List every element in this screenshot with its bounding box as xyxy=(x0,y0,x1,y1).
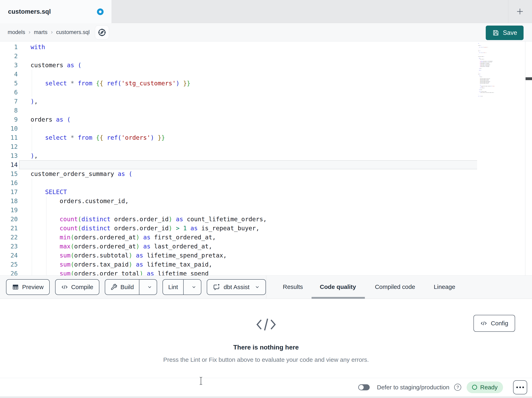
line-number: 6 xyxy=(0,88,18,97)
lint-dropdown-button[interactable] xyxy=(187,280,201,294)
tab-code-quality[interactable]: Code quality xyxy=(320,275,356,298)
code-line-3[interactable]: customers as ( xyxy=(19,61,477,70)
defer-toggle[interactable] xyxy=(358,384,370,390)
line-number: 21 xyxy=(0,224,18,233)
tab-title: customers.sql xyxy=(8,8,51,15)
code-line-22[interactable]: min(orders.ordered_at) as first_ordered_… xyxy=(19,233,477,242)
line-number: 1 xyxy=(0,42,18,52)
build-button[interactable]: Build xyxy=(105,280,139,294)
code-line-13[interactable]: ), xyxy=(19,151,477,160)
help-glyph: ? xyxy=(456,385,459,390)
code-line-14[interactable] xyxy=(19,160,477,169)
compile-button[interactable]: Compile xyxy=(55,279,99,295)
code-line-20[interactable]: count(distinct orders.order_id) as count… xyxy=(19,215,477,224)
empty-state-subtitle: Press the Lint or Fix button above to ev… xyxy=(163,356,369,363)
compass-icon xyxy=(97,28,107,37)
assist-chat-sparkle-icon xyxy=(213,283,221,291)
table-icon xyxy=(12,284,19,291)
code-line-10[interactable] xyxy=(19,124,477,133)
line-number: 16 xyxy=(0,178,18,187)
lineage-navigate-button[interactable] xyxy=(95,25,109,39)
toolbar-panel-divider xyxy=(266,276,266,299)
code-line-19[interactable] xyxy=(19,206,477,215)
line-number: 23 xyxy=(0,242,18,251)
code-line-18[interactable]: orders.customer_id, xyxy=(19,196,477,206)
build-split-button: Build xyxy=(105,279,157,295)
dbt-ide-window: customers.sql models › marts › customers… xyxy=(0,0,532,398)
chevron-down-icon xyxy=(147,284,152,290)
preview-button[interactable]: Preview xyxy=(6,279,50,295)
status-bar: Defer to staging/production ? Ready xyxy=(0,378,532,396)
compile-label: Compile xyxy=(71,284,93,291)
lint-label: Lint xyxy=(168,284,178,291)
scrollbar-thumb[interactable] xyxy=(526,77,532,80)
line-number: 13 xyxy=(0,151,18,160)
active-tab-underline xyxy=(311,297,365,299)
minimap-line[interactable]: select * from joined xyxy=(478,96,495,97)
bottom-strip xyxy=(0,396,532,398)
breadcrumb-file: customers.sql xyxy=(56,29,90,35)
line-number: 17 xyxy=(0,187,18,196)
chevron-down-icon xyxy=(191,284,196,290)
code-line-26[interactable]: sum(orders.order_total) as lifetime_spen… xyxy=(19,269,477,275)
line-number: 14 xyxy=(0,160,18,169)
more-options-button[interactable] xyxy=(513,380,527,394)
code-line-25[interactable]: sum(orders.tax_paid) as lifetime_tax_pai… xyxy=(19,260,477,269)
breadcrumb-models[interactable]: models xyxy=(8,29,25,35)
build-dropdown-button[interactable] xyxy=(143,280,157,294)
defer-label: Defer to staging/production xyxy=(377,384,449,391)
empty-state-title: There is nothing here xyxy=(233,344,299,351)
code-line-15[interactable]: customer_orders_summary as ( xyxy=(19,169,477,178)
code-line-4[interactable] xyxy=(19,70,477,79)
minimap-content: withcustomers as ( select * from {{ ref(… xyxy=(478,43,495,97)
code-line-2[interactable] xyxy=(19,52,477,61)
line-number: 8 xyxy=(0,106,18,115)
empty-code-icon xyxy=(256,317,277,332)
empty-state: There is nothing here Press the Lint or … xyxy=(0,299,532,363)
minimap-line[interactable]: on customers.customer_id = customer_orde… xyxy=(478,92,495,93)
ready-circle-icon xyxy=(472,385,477,390)
save-floppy-icon xyxy=(492,29,500,36)
chevron-down-icon xyxy=(255,284,260,290)
new-tab-button[interactable] xyxy=(512,4,528,19)
save-label: Save xyxy=(503,29,517,36)
code-line-23[interactable]: max(orders.ordered_at) as last_ordered_a… xyxy=(19,242,477,251)
code-line-9[interactable]: orders as ( xyxy=(19,115,477,124)
code-line-21[interactable]: count(distinct orders.order_id) > 1 as i… xyxy=(19,224,477,233)
tabbar-divider xyxy=(508,0,508,23)
line-number: 24 xyxy=(0,251,18,260)
code-pane[interactable]: withcustomers as ( select * from {{ ref(… xyxy=(19,42,477,275)
code-line-11[interactable]: select * from {{ ref('orders') }} xyxy=(19,133,477,142)
tab-compiled-code[interactable]: Compiled code xyxy=(375,275,415,298)
code-line-12[interactable] xyxy=(19,142,477,151)
lint-button[interactable]: Lint xyxy=(163,280,184,294)
lint-split-button: Lint xyxy=(163,279,201,295)
code-line-8[interactable] xyxy=(19,106,477,115)
line-number: 3 xyxy=(0,61,18,70)
dbt-assist-button[interactable]: dbt Assist xyxy=(207,279,266,295)
code-line-17[interactable]: SELECT xyxy=(19,187,477,196)
code-editor[interactable]: 1234567891011121314151617181920212223242… xyxy=(0,41,532,275)
tab-results[interactable]: Results xyxy=(283,275,303,298)
code-line-1[interactable]: with xyxy=(19,42,477,52)
breadcrumb-marts[interactable]: marts xyxy=(34,29,47,35)
code-line-16[interactable] xyxy=(19,178,477,187)
code-line-7[interactable]: ), xyxy=(19,97,477,106)
indent-guide xyxy=(32,178,32,275)
line-number: 9 xyxy=(0,115,18,124)
ready-label: Ready xyxy=(480,384,498,391)
line-number-gutter: 1234567891011121314151617181920212223242… xyxy=(0,42,18,275)
code-line-6[interactable] xyxy=(19,88,477,97)
editor-tab-customers-sql[interactable]: customers.sql xyxy=(0,0,112,23)
code-line-5[interactable]: select * from {{ ref('stg_customers') }} xyxy=(19,79,477,88)
code-line-24[interactable]: sum(orders.subtotal) as lifetime_spend_p… xyxy=(19,251,477,260)
line-number: 11 xyxy=(0,133,18,142)
save-button[interactable]: Save xyxy=(486,26,524,40)
tab-bar: customers.sql xyxy=(0,0,532,23)
tab-lineage[interactable]: Lineage xyxy=(434,275,455,298)
minimap[interactable]: withcustomers as ( select * from {{ ref(… xyxy=(478,43,495,274)
help-icon[interactable]: ? xyxy=(454,384,461,391)
breadcrumb-separator: › xyxy=(29,29,30,35)
wrench-icon xyxy=(110,284,117,291)
line-number: 2 xyxy=(0,52,18,61)
